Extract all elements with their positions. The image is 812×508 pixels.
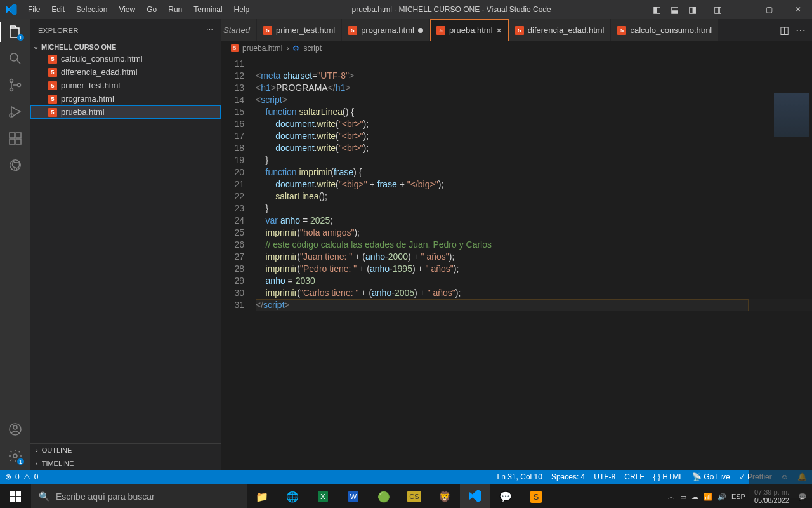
code-line[interactable]: <h1>PROGRAMA</h1>	[256, 82, 812, 94]
window-title: prueba.html - MICHELL CURSO ONE - Visual…	[255, 5, 648, 14]
code-line[interactable]: imprimir("Carlos tiene: " + (anho-2005) …	[256, 287, 812, 299]
code-line[interactable]: imprimir("Juan tiene: " + (anho-2000) + …	[256, 251, 812, 263]
tab-calculo_consumo-html[interactable]: 5calculo_consumo.html	[611, 19, 719, 41]
tray-chevron-icon[interactable]: ︿	[668, 492, 675, 502]
menu-run[interactable]: Run	[162, 5, 188, 14]
maximize-button[interactable]: ▢	[755, 5, 783, 14]
tray-lang-icon[interactable]: ESP	[731, 493, 745, 500]
run-debug-icon[interactable]	[8, 104, 23, 119]
menu-edit[interactable]: Edit	[46, 5, 70, 14]
menu-selection[interactable]: Selection	[70, 5, 113, 14]
menu-help[interactable]: Help	[228, 5, 256, 14]
eol[interactable]: CRLF	[624, 472, 644, 481]
file-item[interactable]: 5calculo_consumo.html	[30, 52, 221, 65]
timeline-panel[interactable]: ›TIMELINE	[30, 457, 221, 470]
code-line[interactable]: function imprimir(frase) {	[256, 166, 812, 178]
layout-left-icon[interactable]: ◧	[648, 4, 665, 15]
tab-partial[interactable]: Started	[221, 19, 257, 41]
errors-count[interactable]: 0	[15, 472, 20, 481]
close-button[interactable]: ✕	[783, 5, 812, 14]
code-line[interactable]: var anho = 2025;	[256, 215, 812, 227]
code-lines[interactable]: <meta charset="UTF-8"><h1>PROGRAMA</h1><…	[256, 55, 812, 470]
encoding[interactable]: UTF-8	[594, 472, 615, 481]
code-line[interactable]: }	[256, 203, 812, 215]
minimize-button[interactable]: —	[726, 5, 755, 14]
search-icon[interactable]	[8, 51, 23, 66]
breadcrumb-file: prueba.html	[242, 44, 282, 53]
code-line[interactable]: anho = 2030	[256, 275, 812, 287]
close-icon[interactable]: ×	[497, 25, 502, 36]
sublime-icon[interactable]: S	[521, 484, 551, 508]
sidebar-more-icon[interactable]: ⋯	[206, 26, 214, 34]
layout-right-icon[interactable]: ◨	[683, 4, 701, 15]
file-item[interactable]: 5prueba.html	[30, 105, 221, 119]
taskbar-search[interactable]: 🔍 Escribe aquí para buscar	[31, 484, 247, 508]
outline-panel[interactable]: ›OUTLINE	[30, 443, 221, 457]
extensions-icon[interactable]	[8, 131, 23, 146]
tab-prueba-html[interactable]: 5prueba.html×	[430, 19, 509, 41]
tray-wifi-icon[interactable]: 📶	[704, 493, 712, 501]
file-item[interactable]: 5diferencia_edad.html	[30, 65, 221, 79]
code-line[interactable]: }	[256, 154, 812, 166]
code-line[interactable]: document.write("<br>");	[256, 118, 812, 130]
code-line[interactable]: imprimir("Pedro tiene: " + (anho-1995) +…	[256, 263, 812, 275]
settings-icon[interactable]: 1	[8, 448, 23, 464]
warnings-icon[interactable]: ⚠	[23, 472, 30, 481]
code-line[interactable]: document.write("<br>");	[256, 130, 812, 142]
svg-rect-7	[16, 139, 21, 144]
menu-view[interactable]: View	[113, 5, 141, 14]
explorer-icon[interactable]: 1	[8, 24, 23, 39]
remote-icon[interactable]: ⊗	[5, 472, 11, 481]
code-line[interactable]: function saltarLinea() {	[256, 106, 812, 118]
word-icon[interactable]: W	[338, 484, 369, 508]
minimap[interactable]	[749, 91, 812, 498]
tab-programa-html[interactable]: 5programa.html	[342, 19, 430, 41]
tab-primer_test-html[interactable]: 5primer_test.html	[257, 19, 342, 41]
file-item[interactable]: 5programa.html	[30, 92, 221, 105]
start-button[interactable]	[0, 484, 30, 508]
folder-header[interactable]: ⌄ MICHELL CURSO ONE	[30, 41, 221, 52]
source-control-icon[interactable]	[8, 77, 23, 93]
code-line[interactable]	[256, 58, 812, 70]
chrome-icon[interactable]: 🟢	[369, 484, 399, 508]
cursor-position[interactable]: Ln 31, Col 10	[497, 472, 542, 481]
menu-file[interactable]: File	[22, 5, 46, 14]
breadcrumb[interactable]: 5 prueba.html › ⚙ script	[221, 41, 812, 55]
menu-go[interactable]: Go	[141, 5, 162, 14]
code-line[interactable]: document.write("<big>" + frase + "</big>…	[256, 178, 812, 190]
code-line[interactable]: imprimir("hola amigos");	[256, 227, 812, 239]
layout-grid-icon[interactable]: ▥	[709, 4, 726, 15]
github-icon[interactable]	[8, 157, 23, 173]
code-line[interactable]: </script>	[256, 299, 812, 311]
brave-icon[interactable]: 🦁	[429, 484, 460, 508]
tray-battery-icon[interactable]: ▭	[680, 493, 686, 501]
html-file-icon: 5	[48, 95, 57, 104]
vscode-task-icon[interactable]	[460, 484, 490, 508]
code-line[interactable]: <script>	[256, 94, 812, 106]
menu-terminal[interactable]: Terminal	[188, 5, 228, 14]
whatsapp-icon[interactable]: 💬	[490, 484, 521, 508]
split-icon[interactable]: ◫	[780, 24, 789, 36]
code-line[interactable]: saltarLinea();	[256, 190, 812, 203]
edge-icon[interactable]: 🌐	[277, 484, 308, 508]
excel-icon[interactable]: X	[308, 484, 338, 508]
tab-more-icon[interactable]: ⋯	[796, 24, 806, 36]
tray-volume-icon[interactable]: 🔊	[717, 493, 726, 501]
file-name: prueba.html	[61, 107, 105, 117]
code-line[interactable]: // este código calcula las edades de Jua…	[256, 239, 812, 251]
code-line[interactable]: document.write("<br>");	[256, 142, 812, 154]
cs-icon[interactable]: CS	[399, 484, 429, 508]
accounts-icon[interactable]	[8, 422, 23, 437]
file-item[interactable]: 5primer_test.html	[30, 79, 221, 92]
breadcrumb-symbol: script	[303, 44, 322, 53]
tab-diferencia_edad-html[interactable]: 5diferencia_edad.html	[509, 19, 612, 41]
language-mode[interactable]: { } HTML	[653, 472, 683, 481]
code-line[interactable]: <meta charset="UTF-8">	[256, 70, 812, 82]
layout-bottom-icon[interactable]: ⬓	[665, 4, 683, 15]
tray-onedrive-icon[interactable]: ☁	[691, 493, 698, 501]
go-live[interactable]: 📡 Go Live	[692, 472, 730, 481]
warnings-count[interactable]: 0	[34, 472, 39, 481]
indent-info[interactable]: Spaces: 4	[551, 472, 585, 481]
code-area[interactable]: 1112131415161718192021222324252627282930…	[221, 55, 812, 470]
file-explorer-icon[interactable]: 📁	[247, 484, 277, 508]
